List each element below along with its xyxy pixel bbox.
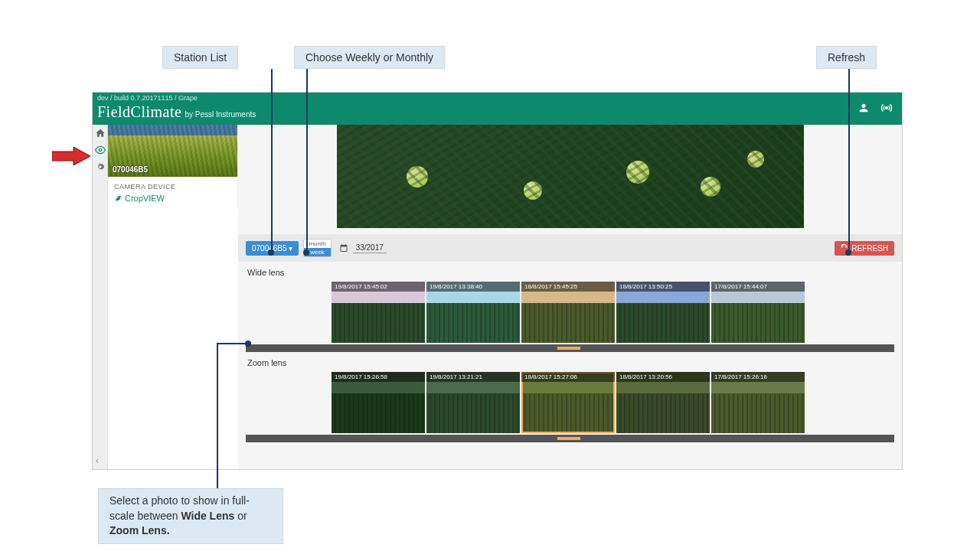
callout-line	[848, 69, 850, 249]
zoom-lens-title: Zoom lens	[246, 358, 894, 367]
breadcrumb: dev / build 0.7.20171115 / Grape	[93, 93, 902, 103]
svg-point-1	[886, 107, 888, 109]
camera-device-label: CAMERA DEVICE	[114, 183, 231, 191]
station-hero-image[interactable]: 070046B5	[108, 125, 237, 177]
callout-dot	[245, 341, 251, 347]
user-icon[interactable]	[858, 102, 870, 114]
thumb-timestamp: 19/8/2017 15:45:02	[332, 282, 425, 292]
callout-station-list: Station List	[162, 46, 238, 69]
callout-dot	[268, 249, 274, 256]
toggle-month[interactable]: month	[304, 240, 330, 248]
main-photo[interactable]	[337, 125, 804, 228]
callout-line	[271, 69, 273, 249]
header-bar: dev / build 0.7.20171115 / Grape FieldCl…	[93, 93, 902, 125]
eye-icon[interactable]	[95, 145, 106, 155]
callout-period: Choose Weekly or Monthly	[294, 46, 445, 69]
thumb-timestamp: 18/8/2017 15:45:25	[521, 282, 615, 292]
date-input[interactable]: 33/2017	[353, 243, 387, 253]
station-meta: CAMERA DEVICE CropVIEW	[108, 177, 237, 209]
cropview-text: CropVIEW	[125, 194, 165, 203]
calendar-icon[interactable]	[339, 243, 348, 253]
thumb-timestamp: 19/8/2017 13:21:21	[426, 372, 520, 382]
photo-thumb[interactable]: 18/8/2017 15:27:06	[521, 372, 615, 433]
wide-lens-title: Wide lens	[246, 268, 894, 277]
thumb-timestamp: 17/8/2017 15:26:16	[711, 372, 805, 382]
photo-thumb[interactable]: 19/8/2017 13:38:40	[426, 282, 520, 343]
photo-thumb[interactable]: 18/8/2017 15:45:25	[521, 282, 615, 343]
station-id-label: 070046B5	[113, 165, 148, 174]
callout-select-photo: Select a photo to show in full-scale bet…	[98, 488, 283, 544]
thumb-timestamp: 17/8/2017 15:44:07	[711, 282, 805, 292]
photo-thumb[interactable]: 17/8/2017 15:44:07	[711, 282, 805, 343]
zoom-lens-section: Zoom lens 19/8/2017 15:26:5819/8/2017 13…	[238, 352, 902, 442]
header-actions	[858, 102, 893, 114]
station-panel: 070046B5 CAMERA DEVICE CropVIEW	[108, 125, 238, 209]
app-logo: FieldClimate by Pessl Instruments	[93, 103, 902, 121]
callout-line	[217, 343, 247, 344]
zoom-scrollbar[interactable]	[246, 435, 894, 442]
callout-dot	[845, 249, 851, 256]
callout-bold: Wide Lens	[181, 510, 234, 522]
red-arrow-icon	[52, 147, 90, 165]
callout-refresh: Refresh	[816, 46, 877, 69]
logo-subtitle: by Pessl Instruments	[185, 110, 256, 119]
callout-text: or	[234, 510, 247, 522]
wide-thumb-row: 19/8/2017 15:45:0219/8/2017 13:38:4018/8…	[246, 282, 894, 343]
scrollbar-thumb[interactable]	[557, 437, 580, 440]
thumb-timestamp: 19/8/2017 13:38:40	[426, 282, 520, 292]
app-window: dev / build 0.7.20171115 / Grape FieldCl…	[92, 92, 903, 470]
wide-scrollbar[interactable]	[246, 344, 894, 352]
gear-icon[interactable]	[95, 161, 106, 172]
photo-thumb[interactable]: 19/8/2017 15:26:58	[332, 372, 425, 433]
photo-thumb[interactable]: 19/8/2017 15:45:02	[332, 282, 425, 343]
collapse-sidebar-button[interactable]: ‹	[96, 455, 99, 466]
wide-lens-section: Wide lens 19/8/2017 15:45:0219/8/2017 13…	[238, 262, 902, 352]
logo-text: FieldClimate	[97, 103, 181, 121]
zoom-thumb-row: 19/8/2017 15:26:5819/8/2017 13:21:2118/8…	[246, 372, 894, 433]
broadcast-icon[interactable]	[880, 102, 893, 114]
photo-thumb[interactable]: 18/8/2017 13:50:25	[616, 282, 710, 343]
svg-marker-0	[52, 147, 90, 165]
refresh-button[interactable]: REFRESH	[835, 241, 894, 256]
refresh-label: REFRESH	[851, 244, 888, 253]
thumb-timestamp: 19/8/2017 15:26:58	[332, 372, 425, 382]
thumb-timestamp: 18/8/2017 13:20:56	[616, 372, 710, 382]
leaf-icon	[114, 194, 122, 202]
cropview-link[interactable]: CropVIEW	[114, 194, 231, 203]
home-icon[interactable]	[95, 128, 106, 139]
thumb-timestamp: 18/8/2017 15:27:06	[521, 372, 615, 382]
callout-bold: Zoom Lens.	[109, 524, 170, 536]
callout-line	[306, 69, 308, 249]
callout-dot	[303, 249, 309, 256]
toolbar: 070046B5 ▾ month week 33/2017 REFRESH	[238, 234, 902, 262]
photo-thumb[interactable]: 18/8/2017 13:20:56	[616, 372, 710, 433]
callout-line	[217, 343, 218, 488]
scrollbar-thumb[interactable]	[557, 347, 580, 350]
photo-thumb[interactable]: 17/8/2017 15:26:16	[711, 372, 805, 433]
main-content: 070046B5 ▾ month week 33/2017 REFRESH Wi…	[238, 125, 902, 469]
thumb-timestamp: 18/8/2017 13:50:25	[616, 282, 710, 292]
left-sidebar: ‹	[93, 125, 108, 469]
photo-thumb[interactable]: 19/8/2017 13:21:21	[426, 372, 520, 433]
svg-point-2	[99, 148, 102, 152]
